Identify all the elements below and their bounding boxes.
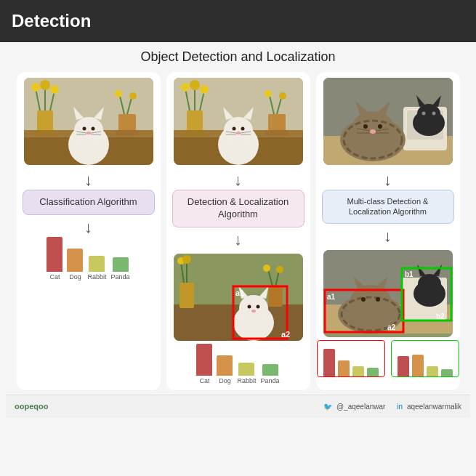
svg-point-64 (182, 255, 191, 264)
svg-point-69 (276, 266, 283, 273)
svg-point-52 (241, 127, 244, 131)
bar-group-dog-2: Dog (217, 355, 233, 384)
svg-text:a1: a1 (327, 293, 336, 301)
bar-cat-2 (196, 344, 212, 376)
bar-rabbit-2 (238, 363, 254, 376)
svg-point-16 (115, 90, 122, 97)
bar-label-cat-2: Cat (199, 377, 209, 384)
cat-image-1 (24, 78, 153, 165)
linkedin-icon: in (397, 403, 403, 411)
svg-point-86 (417, 104, 440, 124)
detection-image: a1 a2 (174, 254, 303, 341)
svg-point-108 (418, 274, 441, 294)
svg-point-76 (251, 310, 256, 312)
svg-point-98 (370, 129, 376, 134)
svg-text:a1: a1 (235, 289, 244, 297)
bar-green-rabbit (427, 366, 438, 376)
bar-group-panda: Panda (110, 257, 129, 281)
svg-rect-65 (268, 286, 283, 307)
bar-chart-1: Cat Dog Rabbit Panda (23, 237, 155, 281)
svg-point-10 (40, 80, 50, 90)
bar-chart-red (322, 344, 380, 376)
svg-point-40 (200, 85, 209, 94)
arrow-3: ↓ (234, 172, 242, 188)
svg-rect-5 (34, 130, 56, 136)
footer: oopeqoo 🐦 @_aqeelanwar in aqeelanwarmali… (6, 395, 470, 418)
twitter-handle: 🐦 @_aqeelanwar (323, 403, 385, 411)
bar-red-dog (338, 360, 350, 376)
svg-point-9 (31, 83, 40, 92)
svg-point-24 (86, 132, 91, 134)
svg-text:a2: a2 (387, 323, 396, 331)
svg-point-38 (181, 83, 190, 92)
twitter-icon: 🐦 (323, 403, 332, 411)
bar-chart-green (396, 344, 454, 376)
column-classification: ↓ Classification Algorithm ↓ Cat Dog (17, 72, 161, 390)
bar-cat (47, 237, 62, 272)
footer-social: 🐦 @_aqeelanwar in aqeelanwarmalik (323, 403, 461, 411)
svg-point-48 (224, 117, 253, 143)
svg-point-96 (363, 124, 368, 129)
svg-text:a2: a2 (281, 330, 290, 339)
svg-point-23 (91, 127, 94, 131)
bar-group-cat-2: Cat (196, 344, 212, 384)
header: Detection (0, 0, 476, 42)
svg-point-17 (129, 92, 137, 100)
multiclass-image (323, 78, 453, 165)
algo-box-detection: Detection & Localization Algorithm (172, 190, 304, 227)
bar-label-dog: Dog (69, 273, 81, 281)
arrow-1: ↓ (84, 172, 92, 188)
bar-green-cat (398, 356, 409, 376)
linkedin-handle: in aqeelanwarmalik (397, 403, 461, 411)
bar-dog-2 (217, 355, 233, 376)
bar-green-panda (441, 369, 453, 376)
svg-rect-13 (116, 130, 139, 135)
bar-group-rabbit: Rabbit (87, 256, 106, 281)
svg-point-11 (50, 85, 59, 94)
multiclass-detection-image: a1 b1 a2 b2 (323, 250, 453, 337)
main-title: Object Detection and Localization (6, 49, 470, 65)
bar-rabbit (89, 256, 105, 272)
bar-label-rabbit-2: Rabbit (237, 377, 256, 384)
bar-red-cat (323, 349, 335, 376)
bar-panda (113, 257, 129, 272)
arrow-4: ↓ (234, 232, 242, 248)
cat-image-2 (174, 78, 303, 165)
svg-text:b2: b2 (436, 312, 445, 320)
svg-rect-42 (265, 130, 289, 135)
bar-red-rabbit (352, 366, 364, 376)
bar-label-panda-2: Panda (260, 377, 279, 384)
bar-label-dog-2: Dog (219, 377, 231, 384)
svg-point-74 (247, 304, 251, 308)
svg-point-39 (190, 80, 200, 90)
svg-point-71 (239, 295, 268, 321)
bar-group-panda-2: Panda (260, 364, 279, 384)
svg-point-75 (256, 304, 259, 308)
algo-box-multiclass: Multi-class Detection & Localization Alg… (322, 190, 454, 224)
bar-label-cat: Cat (49, 273, 60, 281)
svg-point-116 (361, 297, 366, 302)
bar-green-dog (412, 355, 424, 376)
bar-group-rabbit-2: Rabbit (237, 363, 256, 384)
bar-panda-2 (262, 364, 278, 376)
bar-dog (67, 249, 83, 272)
bar-label-panda: Panda (110, 273, 129, 281)
svg-point-53 (236, 132, 241, 134)
column-detection: ↓ Detection & Localization Algorithm ↓ (166, 72, 310, 390)
svg-rect-34 (184, 130, 206, 136)
arrow-6: ↓ (384, 228, 392, 244)
algo-box-classification: Classification Algorithm (23, 190, 155, 215)
bar-group-dog: Dog (67, 249, 83, 281)
svg-point-117 (376, 297, 380, 302)
svg-rect-33 (187, 110, 203, 132)
svg-point-46 (279, 92, 286, 100)
svg-point-19 (74, 117, 103, 143)
svg-point-89 (421, 112, 425, 116)
svg-point-45 (265, 90, 272, 97)
two-bar-sections (317, 340, 459, 377)
svg-point-92 (352, 111, 393, 143)
bar-section-green (391, 340, 459, 377)
bar-group-cat: Cat (47, 237, 62, 281)
svg-point-22 (82, 127, 86, 131)
bar-label-rabbit: Rabbit (87, 273, 106, 281)
